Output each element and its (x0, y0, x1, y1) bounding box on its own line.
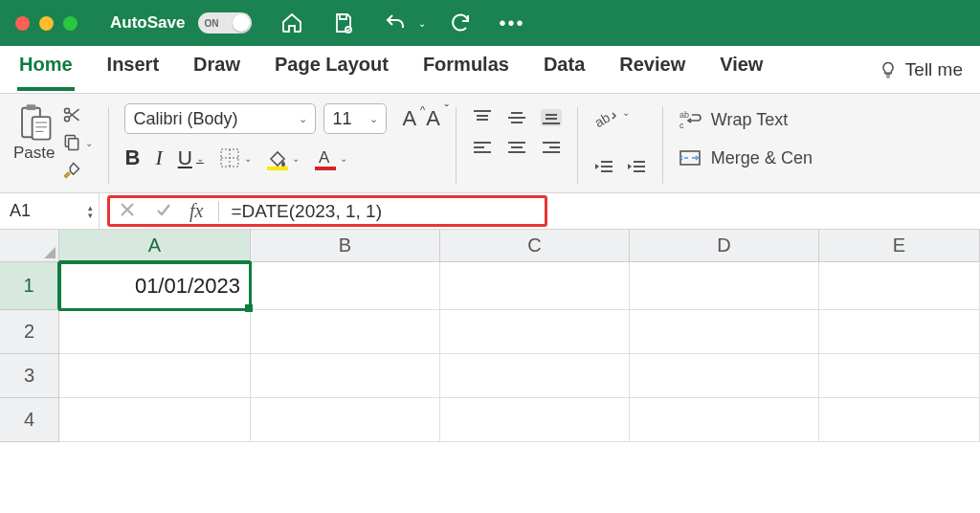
underline-button[interactable]: U⌄ (178, 146, 204, 169)
worksheet-grid[interactable]: A B C D E 1 01/01/2023 2 3 4 (0, 230, 980, 442)
name-box[interactable]: A1 ▴▾ (0, 193, 100, 229)
select-all-corner[interactable] (0, 230, 59, 262)
cell-D4[interactable] (630, 398, 819, 442)
formula-input[interactable] (231, 201, 980, 222)
svg-text:ab: ab (593, 109, 612, 130)
italic-button[interactable]: I (155, 145, 162, 170)
clipboard-group: Paste ⌄ (13, 103, 93, 187)
font-name-value: Calibri (Body) (133, 109, 237, 129)
row-header-4[interactable]: 4 (0, 398, 59, 442)
align-top-icon[interactable] (472, 109, 493, 126)
more-commands-icon[interactable]: ••• (499, 12, 524, 34)
wrap-text-button[interactable]: abc Wrap Text (679, 109, 813, 130)
cell-D3[interactable] (630, 354, 819, 398)
align-bottom-icon[interactable] (541, 109, 562, 126)
cut-button[interactable] (62, 105, 93, 124)
tab-draw[interactable]: Draw (191, 48, 242, 91)
cell-E1[interactable] (819, 262, 980, 310)
align-left-icon[interactable] (472, 140, 493, 157)
cell-A3[interactable] (59, 354, 251, 398)
cell-C4[interactable] (440, 398, 630, 442)
cell-B2[interactable] (251, 310, 440, 354)
toggle-knob (233, 14, 250, 32)
paste-button[interactable]: Paste (13, 103, 55, 163)
chevron-down-icon: ⌄ (299, 113, 307, 125)
align-right-icon[interactable] (541, 140, 562, 157)
borders-button[interactable]: ⌄ (219, 147, 252, 168)
decrease-font-size-button[interactable]: A (426, 106, 440, 131)
cell-B1[interactable] (251, 262, 440, 310)
cell-E4[interactable] (819, 398, 980, 442)
row-header-2[interactable]: 2 (0, 310, 59, 354)
maximize-window-button[interactable] (63, 16, 78, 31)
tab-formulas[interactable]: Formulas (421, 48, 511, 91)
align-middle-icon[interactable] (506, 109, 527, 126)
font-name-combo[interactable]: Calibri (Body) ⌄ (124, 103, 316, 134)
align-center-icon[interactable] (506, 140, 527, 157)
tab-insert[interactable]: Insert (105, 48, 161, 91)
fx-label[interactable]: fx (189, 200, 203, 222)
enter-formula-button[interactable] (155, 201, 172, 222)
decrease-indent-icon[interactable] (593, 159, 614, 176)
tab-review[interactable]: Review (617, 48, 687, 91)
tab-view[interactable]: View (718, 48, 765, 91)
copy-button[interactable]: ⌄ (62, 133, 93, 152)
minimize-window-button[interactable] (39, 16, 54, 31)
fill-color-button[interactable]: ⌄ (267, 147, 300, 168)
paintbrush-icon (62, 161, 81, 180)
copy-dropdown-caret[interactable]: ⌄ (85, 138, 93, 148)
cell-C1[interactable] (440, 262, 630, 310)
cell-B4[interactable] (251, 398, 440, 442)
row-header-3[interactable]: 3 (0, 354, 59, 398)
cell-E3[interactable] (819, 354, 980, 398)
name-box-value: A1 (10, 201, 31, 221)
bold-button[interactable]: B (124, 145, 140, 170)
save-icon[interactable] (332, 11, 355, 34)
undo-icon[interactable] (384, 11, 407, 34)
font-color-button[interactable]: A ⌄ (315, 147, 347, 168)
chevron-down-icon: ⌄ (369, 113, 378, 125)
fill-color-swatch (267, 167, 288, 170)
ribbon-tab-strip: Home Insert Draw Page Layout Formulas Da… (0, 46, 980, 94)
increase-font-size-button[interactable]: A (402, 106, 416, 131)
row-header-1[interactable]: 1 (0, 262, 59, 310)
increase-indent-icon[interactable] (626, 159, 647, 176)
cell-C2[interactable] (440, 310, 630, 354)
cell-A2[interactable] (59, 310, 251, 354)
name-box-spinner[interactable]: ▴▾ (88, 204, 93, 219)
close-window-button[interactable] (15, 16, 30, 31)
font-size-combo[interactable]: 11 ⌄ (323, 103, 387, 134)
merge-center-label: Merge & Cen (711, 148, 813, 168)
cell-A4[interactable] (59, 398, 251, 442)
column-header-A[interactable]: A (59, 230, 251, 262)
cell-D2[interactable] (630, 310, 819, 354)
cell-B3[interactable] (251, 354, 440, 398)
home-icon[interactable] (280, 11, 303, 34)
group-divider (577, 107, 578, 184)
autosave-toggle[interactable]: ON (198, 12, 252, 33)
undo-dropdown-caret[interactable]: ⌄ (418, 18, 426, 29)
window-titlebar: AutoSave ON ⌄ ••• (0, 0, 980, 46)
chevron-down-icon: ⌄ (340, 153, 347, 164)
tab-home[interactable]: Home (17, 48, 75, 91)
cell-E2[interactable] (819, 310, 980, 354)
column-header-D[interactable]: D (630, 230, 819, 262)
tab-page-layout[interactable]: Page Layout (273, 48, 390, 91)
border-icon (219, 147, 240, 168)
cancel-formula-button[interactable] (119, 201, 136, 222)
chevron-down-icon: ⌄ (622, 107, 630, 118)
column-header-B[interactable]: B (251, 230, 440, 262)
merge-center-button[interactable]: Merge & Cen (679, 147, 813, 168)
tab-data[interactable]: Data (542, 48, 587, 91)
orientation-button[interactable]: ab ⌄ (593, 103, 647, 132)
format-painter-button[interactable] (62, 161, 93, 180)
redo-icon[interactable] (449, 11, 472, 34)
cell-C3[interactable] (440, 354, 630, 398)
column-header-E[interactable]: E (819, 230, 980, 262)
merge-icon (679, 147, 702, 168)
cell-D1[interactable] (630, 262, 819, 310)
column-header-C[interactable]: C (440, 230, 630, 262)
paste-label: Paste (13, 144, 55, 163)
cell-A1[interactable]: 01/01/2023 (59, 262, 251, 310)
tell-me-search[interactable]: Tell me (879, 59, 963, 80)
